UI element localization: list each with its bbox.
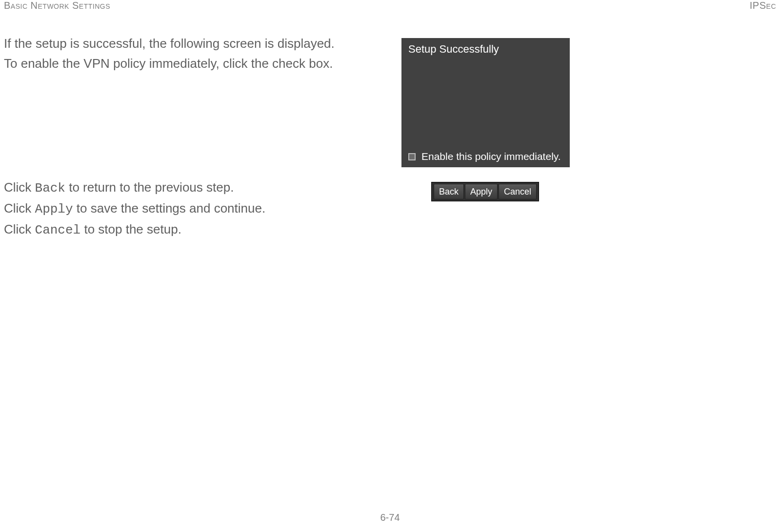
intro-line-2: To enable the VPN policy immediately, cl… xyxy=(4,54,776,73)
intro-text: If the setup is successful, the followin… xyxy=(4,34,776,73)
page-header: Basic Network Settings IPSec xyxy=(0,0,780,11)
header-right: IPSec xyxy=(750,0,776,11)
enable-policy-label: Enable this policy immediately. xyxy=(421,151,561,162)
screenshot-title: Setup Successfully xyxy=(401,38,570,60)
instruction-apply: Click Apply to save the settings and con… xyxy=(4,199,370,219)
screenshot-setup-success: Setup Successfully Enable this policy im… xyxy=(401,38,570,167)
cancel-button[interactable]: Cancel xyxy=(499,184,537,199)
intro-line-1: If the setup is successful, the followin… xyxy=(4,34,776,53)
enable-policy-checkbox[interactable] xyxy=(408,153,416,160)
cmd-apply: Apply xyxy=(35,202,73,217)
content-area: If the setup is successful, the followin… xyxy=(4,34,776,74)
instruction-back: Click Back to return to the previous ste… xyxy=(4,178,370,198)
screenshot-button-bar: Back Apply Cancel xyxy=(431,182,539,201)
cmd-back: Back xyxy=(35,181,65,196)
apply-button[interactable]: Apply xyxy=(465,184,498,199)
instruction-cancel: Click Cancel to stop the setup. xyxy=(4,220,370,240)
cmd-cancel: Cancel xyxy=(35,223,81,237)
button-instructions: Click Back to return to the previous ste… xyxy=(4,178,370,241)
header-left: Basic Network Settings xyxy=(4,0,110,11)
back-button[interactable]: Back xyxy=(434,184,464,199)
screenshot-checkbox-row: Enable this policy immediately. xyxy=(408,151,565,162)
page-number: 6-74 xyxy=(0,512,780,523)
